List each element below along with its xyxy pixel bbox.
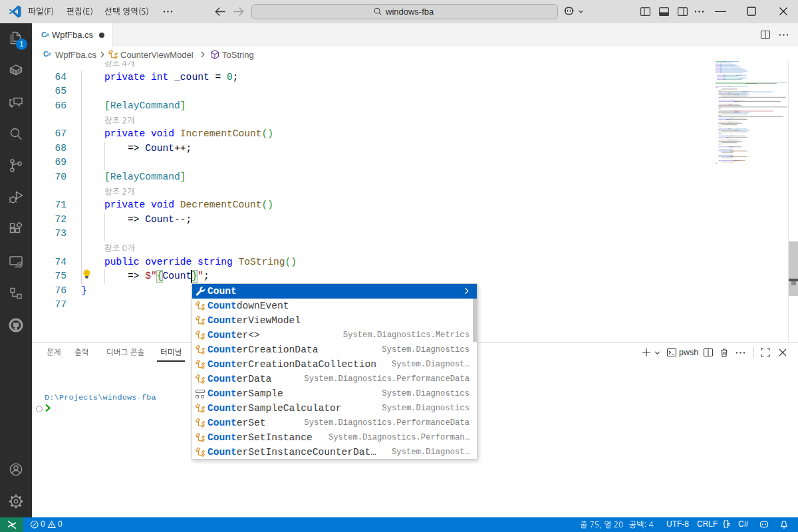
svg-text:#: # — [48, 51, 51, 57]
svg-text:#: # — [46, 32, 49, 38]
